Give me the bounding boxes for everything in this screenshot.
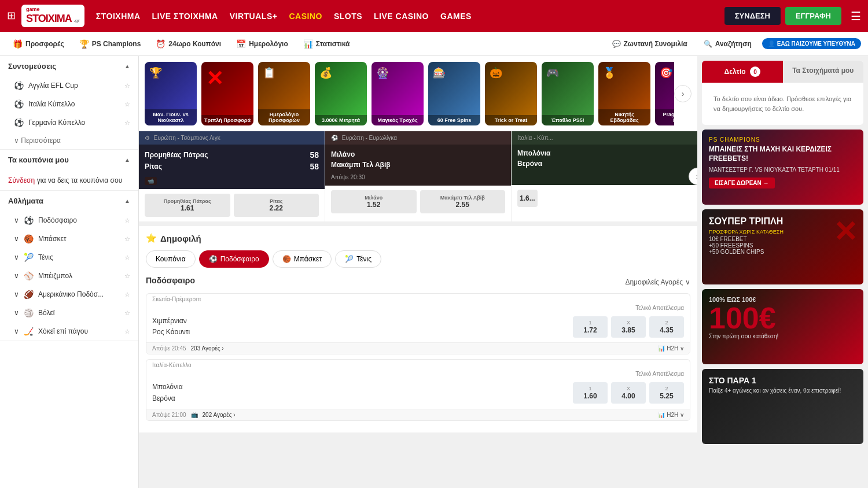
stats-icon: 📊: [303, 39, 313, 49]
odd-x-button-0[interactable]: X 3.85: [611, 316, 646, 338]
odd-partial-button[interactable]: 1.6...: [517, 190, 538, 207]
star-icon[interactable]: ☆: [124, 217, 130, 224]
star-icon[interactable]: ☆: [124, 272, 130, 280]
chart-icon: 📊: [658, 412, 665, 418]
star-icon[interactable]: ☆: [124, 235, 130, 243]
match-league-2: Ιταλία - Κύπ...: [512, 131, 697, 145]
betslip-tab-active[interactable]: Δελτίο 0: [702, 61, 783, 83]
star-icon[interactable]: ☆: [124, 119, 130, 127]
sidebar-item-germany[interactable]: ⚽ Γερμανία Κύπελλο ☆: [0, 113, 138, 132]
sports-header[interactable]: Αθλήματα ▲: [0, 191, 138, 211]
register-button[interactable]: ΕΓΓΡΑΦΗ: [785, 7, 841, 25]
promo-card-1[interactable]: ΣΟΥΠΕΡ ΤΡΙΠΛΗ ΠΡΟΣΦΟΡΑ ΧΩΡΙΣ ΚΑΤΑΘΕΣΗ 10…: [702, 209, 863, 284]
odd-x-button-1[interactable]: X 4.00: [611, 382, 646, 404]
nav-slots[interactable]: SLOTS: [334, 12, 362, 21]
chevron-down-icon: ∨: [14, 272, 19, 280]
carousel-item-5[interactable]: 🎰 60 Free Spins: [428, 62, 480, 125]
sidebar-item-basketball[interactable]: ∨ 🏀 Μπάσκετ ☆: [0, 230, 138, 248]
more-button[interactable]: ∨ Περισσότερα: [0, 132, 138, 149]
star-icon[interactable]: ☆: [124, 82, 130, 90]
odd-team1-button[interactable]: Προμηθέας Πάτρας 1.61: [145, 194, 230, 217]
promo-card-2[interactable]: 100% ΕΩΣ 100€ 100€ Στην πρώτη σου κατάθε…: [702, 289, 863, 364]
clock-icon: ⏰: [156, 39, 165, 49]
odd-1-button-0[interactable]: 1 1.72: [573, 316, 608, 338]
sidebar-item-tennis[interactable]: ∨ 🎾 Τένις ☆: [0, 248, 138, 267]
popular-section: ⭐ Δημοφιλή Κουπόνια ⚽ Ποδόσφαιρο 🏀 Μπάσκ…: [139, 226, 697, 432]
odd-2-button-1[interactable]: 2 5.25: [649, 382, 684, 404]
grid-icon[interactable]: ⊞: [7, 9, 16, 22]
shortcuts-header[interactable]: Συντομεύσεις ▲: [0, 56, 138, 76]
tab-football[interactable]: ⚽ Ποδόσφαιρο: [199, 250, 269, 268]
star-icon[interactable]: ☆: [124, 309, 130, 317]
nav-calendar[interactable]: 📅 Ημερολόγιο: [230, 36, 294, 52]
carousel-item-8[interactable]: 🏅 Νικητής Εβδομάδας: [598, 62, 650, 125]
match-row-0: Σκωτία-Πρέμιερσιπ Τελικό Αποτέλεσμα Χιμπ…: [146, 293, 690, 354]
chevron-down-icon: ∨: [14, 327, 19, 335]
odd-2-button-0[interactable]: 2 4.35: [649, 316, 684, 338]
nav-games[interactable]: GAMES: [440, 12, 472, 21]
eao-badge[interactable]: 👤 ΕΑΩ ΠΑΙΖΟΥΜΕ ΥΠΕΥΘΥΝΑ: [762, 38, 861, 49]
sidebar-item-italy[interactable]: ⚽ Ιταλία Κύπελλο ☆: [0, 95, 138, 113]
nav-live-chat[interactable]: 💬 Ζωντανή Συνομιλία: [606, 36, 693, 51]
nav-offers[interactable]: 🎁 Προσφορές: [7, 36, 70, 52]
sidebar-item-england[interactable]: ⚽ Αγγλία EFL Cup ☆: [0, 76, 138, 95]
h2h-button-1[interactable]: 📊 H2H ∨: [658, 412, 684, 418]
carousel-item-4[interactable]: 🎡 Μαγικός Τροχός: [372, 62, 424, 125]
nav-live-stoixima[interactable]: LIVE ΣΤΟΙΧΗΜΑ: [152, 12, 218, 21]
odd-team2-button[interactable]: Ρίτας 2.22: [234, 194, 319, 217]
nav-virtuals[interactable]: VIRTUALS+: [230, 12, 278, 21]
coupons-header[interactable]: Τα κουπόνια μου ▲: [0, 150, 138, 170]
promo-card-3[interactable]: ΣΤΟ ΠΑΡΑ 1 Παίξε 4+ αγώνες και αν χάσεις…: [702, 369, 863, 444]
sidebar: Συντομεύσεις ▲ ⚽ Αγγλία EFL Cup ☆ ⚽ Ιταλ…: [0, 56, 139, 488]
h2h-button-0[interactable]: 📊 H2H ∨: [658, 345, 684, 352]
sidebar-item-football[interactable]: ∨ ⚽ Ποδόσφαιρο ☆: [0, 211, 138, 230]
carousel-item-1[interactable]: ✕ Τριπλή Προσφορά: [201, 62, 253, 125]
match-footer-0: Απόψε 20:45 203 Αγορές › 📊 H2H ∨: [146, 342, 690, 354]
football-icon: ⚽: [14, 81, 24, 90]
football-tab-icon: ⚽: [209, 255, 218, 263]
tab-basketball[interactable]: 🏀 Μπάσκετ: [273, 250, 332, 268]
my-bets-tab[interactable]: Τα Στοιχήματά μου: [783, 61, 864, 83]
sidebar-item-volleyball[interactable]: ∨ 🏐 Βόλεϊ ☆: [0, 304, 138, 322]
nav-search[interactable]: 🔍 Αναζήτηση: [698, 36, 757, 51]
main-nav: ΣΤΟΙΧΗΜΑ LIVE ΣΤΟΙΧΗΜΑ VIRTUALS+ CASINO …: [96, 12, 719, 21]
promo-cta-0[interactable]: ΕΙΣΑΓΕ ΔΩΡΕΑΝ →: [709, 178, 775, 188]
nav-ps-champions[interactable]: 🏆 PS Champions: [73, 36, 147, 52]
sort-button[interactable]: Δημοφιλείς Αγορές ∨: [625, 278, 690, 286]
markets-link-0[interactable]: 203 Αγορές ›: [191, 345, 224, 352]
tab-coupons[interactable]: Κουπόνια: [146, 250, 196, 268]
odd-1-button-1[interactable]: 1 1.60: [573, 382, 608, 404]
right-panel: Δελτίο 0 Τα Στοιχήματά μου Το δελτίο σου…: [697, 56, 868, 488]
odd-maccabi-button[interactable]: Μακάμπι Τελ Αβίβ 2.55: [420, 190, 506, 213]
login-link[interactable]: Σύνδεση: [8, 176, 35, 184]
carousel-item-9[interactable]: 🎯 Pragmatic Buy Bonus: [655, 62, 674, 125]
site-logo[interactable]: game STOIXIMA .gr: [21, 5, 84, 27]
nav-casino[interactable]: CASINO: [289, 12, 322, 21]
hamburger-icon[interactable]: ☰: [851, 9, 861, 23]
gift-icon: 🎁: [13, 39, 23, 49]
tab-tennis[interactable]: 🎾 Τένις: [335, 250, 381, 268]
carousel-item-0[interactable]: 🏆 Μαν. Γιουν. vs Νιούκαστλ: [145, 62, 197, 125]
promo-card-0[interactable]: PS CHAMPIONS ΜΠΑΙΝΕΙΣ ΣΤΗ ΜΑΧΗ ΚΑΙ ΚΕΡΔΙ…: [702, 130, 863, 205]
nav-24h-coupon[interactable]: ⏰ 24ωρο Κουπόνι: [150, 36, 227, 52]
nav-stoixima[interactable]: ΣΤΟΙΧΗΜΑ: [96, 12, 141, 21]
star-icon[interactable]: ☆: [124, 254, 130, 261]
star-icon[interactable]: ☆: [124, 291, 130, 298]
basketball-icon: 🏀: [24, 234, 34, 243]
login-button[interactable]: ΣΥΝΔΕΣΗ: [724, 7, 781, 25]
carousel-item-3[interactable]: 💰 3.000€ Μετρητά: [315, 62, 367, 125]
carousel-next-button[interactable]: ›: [674, 85, 692, 102]
carousel-item-7[interactable]: 🎮 Έπαθλο PS5!: [542, 62, 594, 125]
nav-live-casino[interactable]: LIVE CASINO: [374, 12, 429, 21]
star-icon[interactable]: ☆: [124, 328, 130, 335]
sidebar-item-american-football[interactable]: ∨ 🏈 Αμερικάνικο Ποδόσ... ☆: [0, 285, 138, 304]
markets-link-1[interactable]: 202 Αγορές ›: [203, 412, 236, 418]
carousel-item-6[interactable]: 🎃 Trick or Treat: [485, 62, 537, 125]
odd-milan-button[interactable]: Μιλάνο 1.52: [331, 190, 417, 213]
carousel-item-2[interactable]: 📋 Ημερολόγιο Προσφορών: [258, 62, 310, 125]
nav-stats[interactable]: 📊 Στατιστικά: [297, 36, 356, 52]
trophy-icon: 🏆: [79, 39, 89, 49]
sidebar-item-hockey[interactable]: ∨ 🏒 Χόκεϊ επί πάγου ☆: [0, 322, 138, 341]
sidebar-item-baseball[interactable]: ∨ ⚾ Μπέιζμπολ ☆: [0, 267, 138, 285]
star-icon[interactable]: ☆: [124, 101, 130, 108]
